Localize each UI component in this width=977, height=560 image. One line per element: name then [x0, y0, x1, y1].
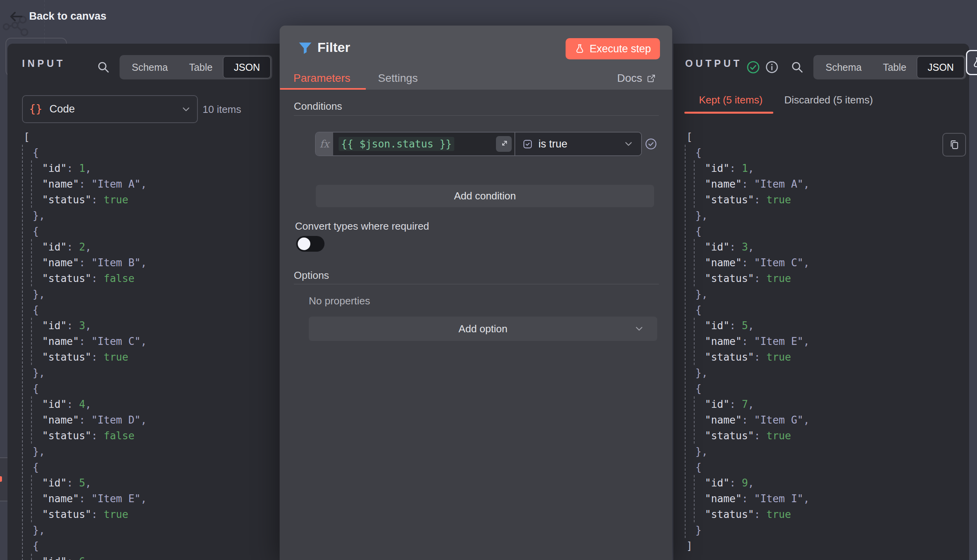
input-source-select[interactable]: {} Code [22, 95, 198, 123]
convert-types-toggle[interactable] [296, 236, 324, 252]
operator-select[interactable]: is true [514, 133, 641, 155]
input-items-count: 10 items [203, 103, 241, 116]
add-option-label: Add option [459, 323, 507, 335]
branch-active-underline [684, 112, 773, 114]
chevron-down-icon [634, 323, 645, 334]
output-tab-schema[interactable]: Schema [815, 56, 872, 78]
docs-label: Docs [617, 72, 642, 85]
options-section-label: Options [294, 269, 329, 282]
back-to-canvas-button[interactable]: Back to canvas [29, 10, 107, 22]
input-panel: INPUT Schema Table JSON {} Code 10 items… [7, 44, 280, 560]
node-detail-panel: Filter Execute step Parameters Settings … [280, 26, 672, 560]
braces-icon: {} [29, 103, 42, 116]
condition-expression-input[interactable]: {{ $json.status }} [333, 133, 514, 155]
search-icon[interactable] [791, 61, 804, 74]
flask-icon [972, 57, 977, 68]
output-json-viewer: [{"id": 1,"name": "Item A","status": tru… [686, 129, 962, 554]
input-tab-schema[interactable]: Schema [121, 56, 179, 78]
output-tab-table[interactable]: Table [872, 56, 917, 78]
section-divider [294, 115, 659, 116]
output-branch-kept[interactable]: Kept (5 items) [699, 94, 763, 106]
output-view-switcher: Schema Table JSON [813, 55, 966, 79]
add-option-button[interactable]: Add option [309, 317, 657, 341]
input-view-switcher: Schema Table JSON [120, 55, 272, 79]
flask-icon [575, 44, 585, 54]
condition-row: fx {{ $json.status }} is true [315, 132, 642, 156]
input-tab-table[interactable]: Table [179, 56, 223, 78]
options-empty-text: No properties [309, 295, 370, 307]
execute-step-label: Execute step [590, 43, 651, 55]
node-header: Filter Execute step Parameters Settings … [280, 26, 672, 90]
input-source-value: Code [50, 103, 181, 115]
expression-value: {{ $json.status }} [339, 137, 454, 151]
info-icon[interactable] [765, 61, 778, 74]
external-link-icon [646, 73, 656, 83]
boolean-type-icon [522, 139, 533, 149]
expand-expression-icon [500, 140, 508, 148]
operator-value: is true [538, 138, 618, 150]
condition-valid-icon [645, 138, 657, 150]
conditions-section-label: Conditions [294, 100, 342, 112]
output-tab-json[interactable]: JSON [917, 56, 964, 78]
tab-active-underline [280, 88, 366, 90]
back-arrow-icon[interactable] [9, 9, 24, 24]
docs-link[interactable]: Docs [617, 72, 656, 85]
output-panel-title: OUTPUT [685, 58, 742, 69]
input-tab-json[interactable]: JSON [223, 56, 271, 78]
input-json-viewer: [{"id": 1,"name": "Item A","status": tru… [24, 129, 275, 560]
convert-types-label: Convert types where required [295, 220, 429, 232]
fx-prefix: fx [316, 133, 333, 155]
execute-step-button[interactable]: Execute step [566, 38, 660, 59]
input-panel-title: INPUT [22, 58, 65, 69]
output-panel: OUTPUT Schema Table JSON Kept (5 items) … [673, 44, 969, 560]
chevron-down-icon [181, 104, 192, 115]
tab-settings[interactable]: Settings [378, 72, 418, 85]
execute-workflow-edge-button[interactable] [966, 50, 977, 75]
filter-funnel-icon [297, 40, 313, 57]
chevron-down-icon [623, 138, 634, 149]
success-check-icon [747, 61, 760, 74]
section-divider [294, 284, 659, 284]
toggle-knob [298, 238, 310, 250]
output-branch-discarded[interactable]: Discarded (5 items) [784, 94, 873, 106]
add-condition-button[interactable]: Add condition [316, 185, 654, 207]
node-status-mark [0, 476, 2, 482]
expand-expression-button[interactable] [496, 136, 512, 152]
node-title: Filter [317, 40, 350, 55]
search-icon[interactable] [97, 61, 110, 74]
tab-parameters[interactable]: Parameters [293, 72, 350, 85]
